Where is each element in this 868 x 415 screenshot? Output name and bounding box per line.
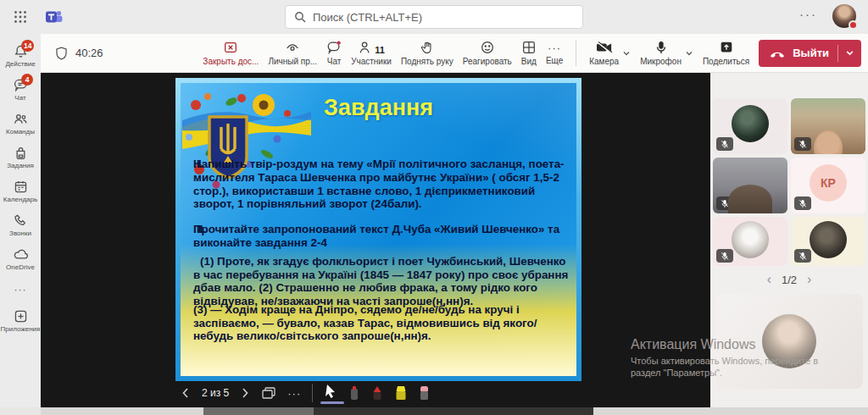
chevron-down-icon[interactable] — [622, 49, 631, 58]
private-view-button[interactable]: Личный пр... — [268, 40, 317, 66]
participant-tile[interactable] — [791, 98, 865, 154]
sidebar-item-assignments[interactable]: Задания — [0, 141, 41, 174]
slide-sorter-icon[interactable] — [261, 386, 276, 400]
toolbar-divider — [576, 41, 576, 66]
teams-logo-icon[interactable] — [44, 8, 64, 26]
plus-square-icon — [13, 308, 29, 324]
pen-tool-button[interactable] — [371, 385, 383, 401]
calendar-icon — [13, 179, 29, 195]
mic-off-icon — [716, 137, 733, 151]
sidebar-item-more[interactable]: ··· — [0, 276, 41, 304]
mic-off-icon — [716, 249, 733, 263]
more-options-icon[interactable]: ··· — [799, 7, 817, 21]
react-button[interactable]: Реагировать — [463, 40, 512, 66]
pointer-tool-button[interactable] — [324, 384, 337, 402]
share-screen-icon — [719, 40, 734, 55]
participant-tile[interactable] — [713, 98, 787, 154]
sidebar-item-chat[interactable]: 4 Чат — [0, 73, 41, 107]
chat-bubble-icon — [326, 40, 342, 55]
leave-button[interactable]: Выйти — [759, 40, 861, 67]
participant-tile[interactable] — [713, 158, 787, 213]
pagination-next-icon[interactable]: › — [807, 273, 811, 286]
eraser-tool-button[interactable] — [419, 385, 430, 401]
more-button[interactable]: ··· Еще — [546, 42, 563, 65]
chat-button[interactable]: Чат — [326, 40, 342, 66]
backpack-icon — [13, 145, 29, 161]
participants-button[interactable]: 11 Участники — [351, 40, 392, 66]
ellipsis-icon: ··· — [548, 42, 561, 54]
pagination-label: 1/2 — [782, 274, 797, 286]
taskbar-sliver — [0, 407, 868, 415]
sidebar-item-teams[interactable]: Команды — [0, 107, 41, 141]
chevron-down-icon[interactable] — [845, 48, 854, 58]
person-icon — [358, 40, 373, 55]
slide-paragraph-1: (1) Проте, як згадує фолкльорист і поет … — [193, 255, 569, 307]
people-icon — [13, 111, 29, 127]
slide-paragraph-2: (3) — Ходім краще на Дніпро, сядемо де/н… — [193, 303, 569, 343]
raise-hand-button[interactable]: Поднять руку — [401, 40, 453, 66]
self-view-tile[interactable] — [715, 294, 863, 389]
participants-count: 11 — [375, 45, 385, 55]
controls-more-icon[interactable]: ··· — [287, 387, 301, 400]
mic-off-icon — [716, 196, 733, 210]
sidebar-item-activity[interactable]: 14 Действие — [0, 39, 41, 73]
share-button[interactable]: Поделиться — [703, 40, 749, 66]
search-placeholder: Поиск (CTRL+ALT+E) — [313, 11, 422, 24]
dismiss-box-icon — [223, 40, 238, 55]
mic-off-icon — [794, 249, 811, 263]
slide-section-1: I. Напишіть твір-роздум на тему «Мрії по… — [193, 158, 569, 211]
stop-presenting-button[interactable]: Закрыть дос... — [203, 40, 259, 66]
mic-icon — [654, 40, 668, 55]
activity-badge: 14 — [21, 40, 34, 52]
search-icon — [294, 11, 306, 23]
presentation-stage: Завдання I. Напишіть твір-роздум на тему… — [41, 73, 710, 407]
controls-divider — [312, 384, 313, 402]
slide: Завдання I. Напишіть твір-роздум на тему… — [181, 83, 576, 376]
presence-busy-dot — [849, 20, 858, 30]
mic-off-icon — [794, 196, 811, 210]
sidebar-item-calls[interactable]: Звонки — [0, 208, 41, 242]
sidebar-item-calendar[interactable]: Календарь — [0, 174, 41, 208]
slide-frame: Завдання I. Напишіть твір-роздум на тему… — [175, 78, 581, 381]
view-button[interactable]: Вид — [521, 40, 537, 66]
camera-button[interactable]: Камера — [589, 40, 619, 66]
search-input[interactable]: Поиск (CTRL+ALT+E) — [285, 5, 583, 29]
participant-tile[interactable] — [791, 217, 865, 266]
highlighter-tool-button[interactable] — [394, 385, 408, 401]
chevron-down-icon[interactable] — [685, 49, 693, 58]
next-slide-button[interactable] — [240, 387, 250, 399]
meeting-timer: 40:26 — [54, 46, 103, 61]
participant-initials: КР — [810, 164, 847, 202]
hand-icon — [420, 40, 435, 55]
presentation-controls: 2 из 5 ··· — [181, 381, 430, 405]
cloud-icon — [13, 246, 29, 263]
shield-icon — [54, 46, 69, 61]
participant-avatar — [810, 221, 847, 258]
mic-button[interactable]: Микрофон — [640, 40, 682, 66]
mic-off-icon — [794, 137, 811, 151]
slide-section-2: II. Прочитайте запропонований текст Д.Чу… — [193, 223, 569, 250]
pagination-prev-icon[interactable]: ‹ — [767, 273, 771, 286]
slide-page-indicator: 2 из 5 — [202, 387, 229, 399]
participant-grid: КР — [710, 73, 868, 266]
sidebar-item-onedrive[interactable]: OneDrive — [0, 242, 41, 276]
smiley-icon — [480, 40, 495, 55]
avatar[interactable] — [832, 4, 856, 28]
participant-tile[interactable] — [713, 217, 787, 266]
participants-panel: КР ‹ 1/2 › — [710, 73, 868, 407]
timer-value: 40:26 — [75, 47, 103, 59]
sidebar: 14 Действие 4 Чат Команды Задания — [0, 34, 41, 407]
laser-tool-button[interactable] — [348, 385, 360, 401]
eye-icon — [285, 40, 300, 55]
app-launcher-icon[interactable] — [8, 5, 32, 29]
self-avatar — [762, 314, 816, 368]
sidebar-item-apps[interactable]: Приложения — [0, 304, 41, 338]
active-tool-underline — [320, 401, 344, 404]
slide-title: Завдання — [181, 95, 576, 121]
grid-icon — [521, 40, 537, 55]
prev-slide-button[interactable] — [181, 387, 191, 399]
participants-pagination: ‹ 1/2 › — [710, 273, 868, 286]
participant-tile[interactable]: КР — [791, 158, 865, 213]
chat-badge: 4 — [21, 74, 33, 86]
phone-icon — [13, 213, 29, 229]
